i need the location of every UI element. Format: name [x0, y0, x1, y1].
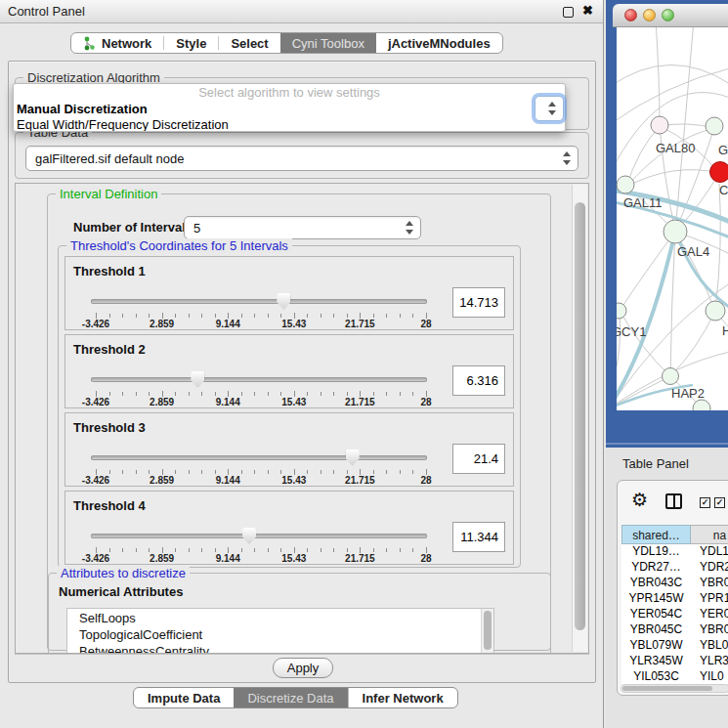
table-cell: YLR3 — [691, 654, 728, 669]
network-node[interactable] — [663, 368, 679, 385]
table-row[interactable]: YIL053CYIL0 — [621, 669, 728, 684]
apply-button[interactable]: Apply — [273, 658, 333, 678]
network-window-titlebar[interactable] — [613, 4, 728, 27]
slider-track[interactable] — [91, 377, 427, 382]
slider-track[interactable] — [91, 455, 427, 460]
threshold-2-slider[interactable] — [91, 372, 427, 390]
network-graph: GAL80 GAL11 GAL4 GCY1 HAP2 GA C H — [617, 27, 728, 410]
table-data-combobox[interactable]: galFiltered.sif default node — [25, 146, 578, 171]
slider-label: Threshold 2 — [73, 342, 146, 357]
number-of-intervals-combobox[interactable]: 5 — [184, 216, 421, 239]
slider-thumb[interactable] — [242, 528, 256, 544]
float-window-icon[interactable] — [563, 7, 574, 18]
table-row[interactable]: YLR345WYLR3 — [621, 654, 728, 669]
columns-icon[interactable] — [665, 493, 682, 509]
list-scrollbar[interactable] — [481, 609, 493, 654]
scrollbar-thumb[interactable] — [622, 686, 712, 691]
dropdown-option-manual[interactable]: Manual Discretization — [14, 102, 565, 117]
network-node[interactable] — [617, 303, 626, 319]
slider-track[interactable] — [91, 534, 427, 538]
top-tab-bar: Network Style Select Cyni Toolbox jActiv… — [70, 32, 503, 54]
network-canvas[interactable]: GAL80 GAL11 GAL4 GCY1 HAP2 GA C H — [617, 27, 728, 410]
threshold-3-slider[interactable] — [91, 450, 427, 468]
table-row[interactable]: YDL19…YDL1 — [621, 544, 728, 560]
close-traffic-light-icon[interactable] — [624, 9, 637, 21]
network-node[interactable] — [617, 176, 634, 193]
slider-tick-labels: -3.4262.8599.14415.4321.71528 — [96, 319, 426, 329]
network-node[interactable] — [706, 301, 725, 321]
node-table: ⚙ ✓ ✓ shared… na YDL19…YDL1YDR27…YDR2YBR… — [617, 480, 728, 696]
panel-title: Control Panel — [8, 4, 85, 19]
list-item[interactable]: TopologicalCoefficient — [67, 625, 493, 642]
table-horizontal-scrollbar[interactable] — [621, 684, 728, 693]
table-row[interactable]: YER054CYER0 — [621, 607, 728, 622]
tick-label: -3.426 — [82, 475, 109, 486]
network-node[interactable] — [710, 162, 728, 183]
tab-select[interactable]: Select — [219, 33, 279, 53]
table-row[interactable]: YBR045CYBR0 — [621, 622, 728, 638]
close-icon[interactable]: ✖ — [582, 3, 593, 18]
network-node[interactable] — [706, 117, 723, 135]
tab-label: Discretize Data — [247, 691, 333, 706]
select-all-checkbox-icon[interactable]: ✓ — [700, 497, 710, 508]
table-cell: YIL053C — [621, 669, 691, 684]
threshold-2-value-field[interactable]: 6.316 — [452, 365, 505, 396]
algorithm-combobox[interactable] — [535, 96, 564, 121]
tab-network[interactable]: Network — [71, 33, 163, 53]
node-label: GAL4 — [677, 244, 709, 259]
slider-tick-labels: -3.4262.8599.14415.4321.71528 — [96, 553, 426, 564]
threshold-3-value-field[interactable]: 21.4 — [452, 444, 505, 474]
tab-discretize-data[interactable]: Discretize Data — [234, 688, 347, 707]
table-row[interactable]: YPR145WYPR1 — [621, 591, 728, 607]
tab-cyni-toolbox[interactable]: Cyni Toolbox — [280, 33, 376, 53]
tab-style[interactable]: Style — [164, 33, 218, 53]
settings-scrollbar[interactable] — [572, 185, 587, 652]
slider-label: Threshold 3 — [73, 420, 146, 435]
slider-label: Threshold 4 — [73, 498, 146, 513]
tick-label: 9.144 — [216, 553, 240, 564]
tab-infer-network[interactable]: Infer Network — [348, 688, 457, 707]
scrollbar-thumb[interactable] — [484, 611, 492, 650]
table-row[interactable]: YBL079WYBL0 — [621, 638, 728, 654]
list-item[interactable]: BetweennessCentrality — [67, 642, 493, 654]
tab-impute-data[interactable]: Impute Data — [134, 688, 234, 707]
table-data-group: Table Data galFiltered.sif default node — [15, 132, 589, 179]
dropdown-option-equal-width[interactable]: Equal Width/Frequency Discretization — [14, 117, 565, 132]
gear-icon[interactable]: ⚙ — [631, 489, 648, 511]
network-node[interactable] — [651, 116, 668, 134]
tick-label: -3.426 — [82, 553, 109, 564]
tick-label: -3.426 — [82, 397, 109, 407]
scrollbar-thumb[interactable] — [575, 202, 585, 630]
threshold-1-box: Threshold 1 -3.4262.8599.14415.4321.7152… — [64, 256, 514, 330]
network-node[interactable] — [664, 220, 687, 243]
network-icon — [83, 36, 96, 51]
column-header-name[interactable]: na — [691, 525, 728, 544]
slider-thumb[interactable] — [191, 371, 204, 388]
zoom-traffic-light-icon[interactable] — [662, 9, 674, 21]
column-header-shared-name[interactable]: shared… — [621, 525, 691, 544]
node-label: HAP2 — [671, 386, 705, 401]
table-row[interactable]: YBR043CYBR0 — [621, 576, 728, 591]
tab-jactivemnodules[interactable]: jActiveMNodules — [376, 33, 502, 53]
bottom-tab-bar: Impute Data Discretize Data Infer Networ… — [133, 687, 458, 708]
tick-label: 28 — [420, 319, 431, 329]
slider-track[interactable] — [91, 299, 427, 304]
list-item[interactable]: SelfLoops — [67, 609, 493, 625]
tick-label: 28 — [420, 397, 431, 407]
node-label: C — [719, 183, 728, 197]
threshold-4-slider[interactable] — [91, 529, 427, 546]
slider-thumb[interactable] — [277, 293, 290, 310]
threshold-1-slider[interactable] — [91, 294, 427, 312]
threshold-coordinates-group: Threshold's Coordinates for 5 Intervals … — [58, 245, 521, 568]
numerical-attributes-list[interactable]: SelfLoopsTopologicalCoefficientBetweenne… — [66, 608, 494, 654]
threshold-1-value-field[interactable]: 14.713 — [452, 287, 505, 318]
slider-thumb[interactable] — [346, 450, 360, 466]
threshold-4-value-field[interactable]: 11.344 — [452, 522, 505, 552]
table-cell: YLR345W — [621, 654, 691, 669]
minimize-traffic-light-icon[interactable] — [643, 9, 656, 21]
select-none-checkbox-icon[interactable]: ✓ — [714, 497, 725, 508]
tick-label: 9.144 — [216, 319, 240, 329]
table-row[interactable]: YDR27…YDR2 — [621, 560, 728, 576]
tab-label: Cyni Toolbox — [292, 36, 364, 51]
tick-label: 28 — [420, 553, 431, 564]
